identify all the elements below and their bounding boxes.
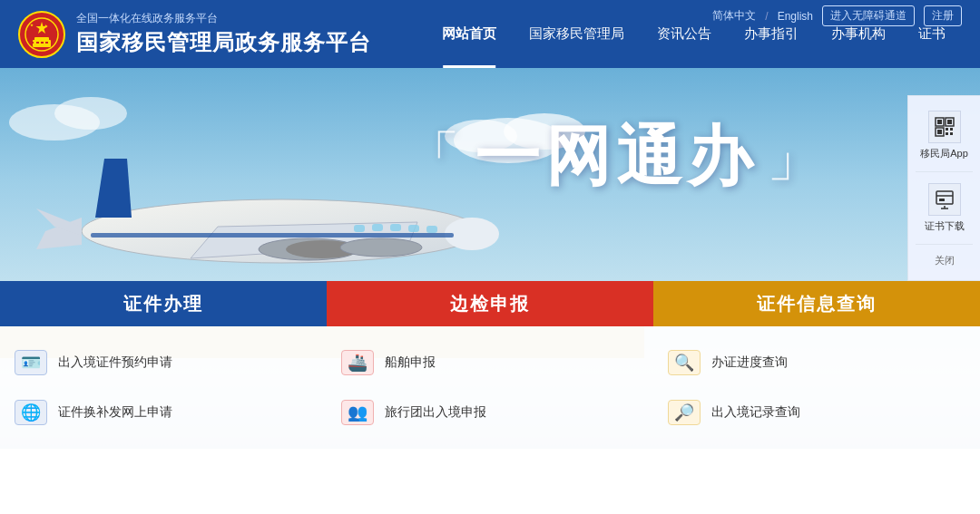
hero-main-text: 一网通办 [475, 113, 758, 200]
renewal-label: 证件换补发网上申请 [58, 404, 172, 421]
svg-marker-16 [95, 159, 132, 218]
card-query-body: 🔍 办证进度查询 🔎 出入境记录查询 [653, 326, 980, 449]
logo-title: 国家移民管理局政务服务平台 [76, 28, 371, 57]
bracket-left-icon: 「 [406, 130, 466, 184]
svg-rect-26 [426, 226, 437, 233]
tour-icon: 👥 [341, 400, 374, 425]
nav-item-cert[interactable]: 证书 [902, 0, 962, 68]
qr-code-icon [928, 111, 961, 143]
svg-rect-9 [45, 42, 48, 44]
nav-item-home[interactable]: 网站首页 [426, 0, 513, 68]
svg-rect-6 [31, 42, 34, 44]
main-nav: 网站首页 国家移民管理局 资讯公告 办事指引 办事机构 证书 [426, 0, 962, 68]
svg-rect-27 [91, 233, 454, 238]
cards-section: 证件办理 🪪 出入境证件预约申请 🌐 证件换补发网上申请 边检申报 🚢 船舶申报 [0, 281, 980, 449]
nav-area: 简体中文 / English 进入无障碍通道 注册 网站首页 国家移民管理局 资… [371, 0, 962, 68]
svg-rect-41 [946, 132, 948, 135]
svg-rect-43 [936, 191, 953, 204]
logo-subtitle: 全国一体化在线政务服务平台 [76, 11, 371, 26]
tour-label: 旅行团出入境申报 [385, 404, 486, 421]
logo-area: 全国一体化在线政务服务平台 国家移民管理局政务服务平台 [18, 11, 371, 58]
logo-text-area: 全国一体化在线政务服务平台 国家移民管理局政务服务平台 [76, 11, 371, 57]
card-item-progress[interactable]: 🔍 办证进度查询 [668, 346, 965, 379]
card-query-header: 证件信息查询 [653, 281, 980, 326]
svg-rect-38 [937, 130, 942, 134]
side-panel-divider-2 [916, 244, 973, 245]
svg-rect-39 [946, 128, 948, 131]
svg-rect-10 [51, 42, 54, 44]
progress-icon: 🔍 [668, 350, 701, 375]
nav-item-news[interactable]: 资讯公告 [641, 0, 728, 68]
side-panel-divider-1 [916, 171, 973, 172]
progress-label: 办证进度查询 [711, 354, 788, 371]
appointment-icon: 🪪 [15, 350, 47, 375]
svg-point-21 [340, 238, 422, 257]
svg-rect-36 [947, 120, 952, 124]
hero-text: 「 一网通办 」 [406, 113, 827, 200]
svg-rect-7 [36, 42, 39, 44]
nav-item-guide[interactable]: 办事指引 [728, 0, 815, 68]
card-certificate-header: 证件办理 [0, 281, 327, 326]
renewal-icon: 🌐 [15, 400, 47, 425]
record-label: 出入境记录查询 [711, 404, 800, 421]
side-panel-cert-label: 证书下载 [925, 219, 965, 233]
card-item-tour[interactable]: 👥 旅行团出入境申报 [341, 396, 639, 429]
side-panel: 移民局App 证书下载 关闭 [907, 95, 980, 281]
svg-point-32 [54, 97, 127, 130]
svg-rect-40 [950, 128, 953, 131]
card-item-appointment[interactable]: 🪪 出入境证件预约申请 [15, 346, 312, 379]
hero-section: 「 一网通办 」 移民局App [0, 68, 980, 449]
card-border-header: 边检申报 [327, 281, 653, 326]
svg-rect-23 [372, 224, 383, 231]
ship-icon: 🚢 [341, 350, 374, 375]
cert-download-icon [928, 183, 961, 216]
card-query: 证件信息查询 🔍 办证进度查询 🔎 出入境记录查询 [653, 281, 980, 449]
svg-rect-8 [41, 42, 44, 44]
svg-rect-34 [937, 120, 942, 124]
side-panel-app-label: 移民局App [920, 147, 968, 160]
side-panel-close-button[interactable]: 关闭 [929, 248, 960, 273]
side-panel-cert[interactable]: 证书下载 [908, 176, 980, 240]
logo-emblem [18, 11, 65, 58]
side-panel-app[interactable]: 移民局App [908, 103, 980, 168]
nav-item-org[interactable]: 办事机构 [815, 0, 902, 68]
record-icon: 🔎 [668, 400, 701, 425]
card-border: 边检申报 🚢 船舶申报 👥 旅行团出入境申报 [327, 281, 653, 449]
svg-rect-45 [939, 199, 945, 201]
ship-label: 船舶申报 [385, 354, 436, 371]
emblem-icon [24, 16, 60, 53]
svg-rect-22 [354, 225, 365, 232]
card-certificate: 证件办理 🪪 出入境证件预约申请 🌐 证件换补发网上申请 [0, 281, 327, 449]
card-item-renewal[interactable]: 🌐 证件换补发网上申请 [15, 396, 312, 429]
bracket-right-icon: 」 [767, 130, 827, 184]
card-item-ship[interactable]: 🚢 船舶申报 [341, 346, 639, 379]
svg-rect-25 [408, 225, 419, 232]
svg-rect-5 [34, 37, 49, 41]
svg-rect-24 [390, 224, 401, 231]
card-certificate-body: 🪪 出入境证件预约申请 🌐 证件换补发网上申请 [0, 326, 327, 449]
appointment-label: 出入境证件预约申请 [58, 354, 172, 371]
header: 全国一体化在线政务服务平台 国家移民管理局政务服务平台 简体中文 / Engli… [0, 0, 980, 68]
svg-rect-42 [950, 132, 953, 135]
nav-item-bureau[interactable]: 国家移民管理局 [513, 0, 641, 68]
card-border-body: 🚢 船舶申报 👥 旅行团出入境申报 [327, 326, 653, 449]
card-item-record[interactable]: 🔎 出入境记录查询 [668, 396, 965, 429]
